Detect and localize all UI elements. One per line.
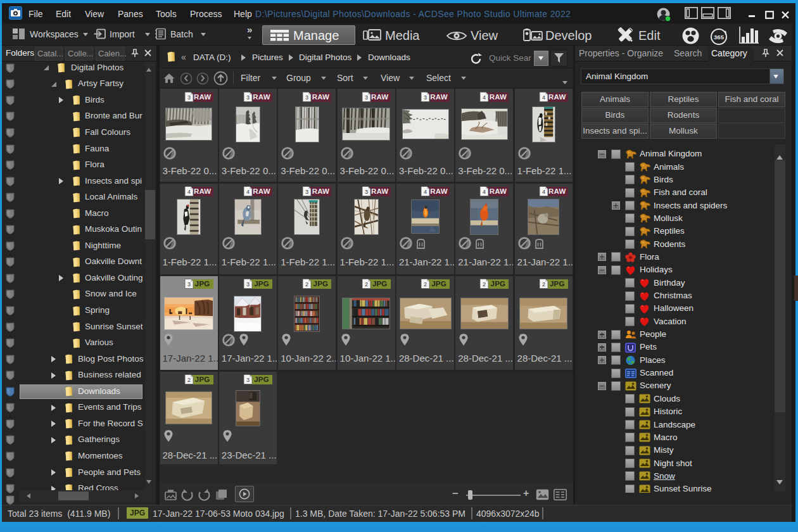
svg-text:365: 365 — [714, 34, 725, 41]
svg-text:4: 4 — [187, 189, 191, 195]
svg-text:2: 2 — [187, 377, 191, 383]
svg-text:3: 3 — [305, 94, 308, 101]
svg-text:2: 2 — [542, 281, 545, 288]
svg-text:2: 2 — [483, 281, 486, 288]
svg-text:4: 4 — [246, 189, 250, 195]
svg-text:2: 2 — [305, 281, 308, 288]
svg-text:2: 2 — [365, 281, 368, 288]
svg-text:4: 4 — [542, 94, 545, 101]
svg-text:3: 3 — [246, 377, 250, 383]
svg-text:3: 3 — [365, 189, 368, 195]
svg-text:3: 3 — [187, 94, 191, 101]
svg-text:3: 3 — [246, 94, 250, 101]
svg-text:3: 3 — [305, 189, 308, 195]
svg-text:3: 3 — [424, 94, 427, 101]
svg-text:4: 4 — [424, 189, 427, 195]
svg-text:4: 4 — [483, 94, 486, 101]
svg-text:4: 4 — [483, 189, 486, 195]
svg-text:3: 3 — [246, 281, 250, 288]
svg-text:3: 3 — [365, 94, 368, 101]
svg-text:4: 4 — [542, 189, 545, 195]
svg-text:3: 3 — [187, 281, 191, 288]
svg-text:2: 2 — [424, 281, 427, 288]
